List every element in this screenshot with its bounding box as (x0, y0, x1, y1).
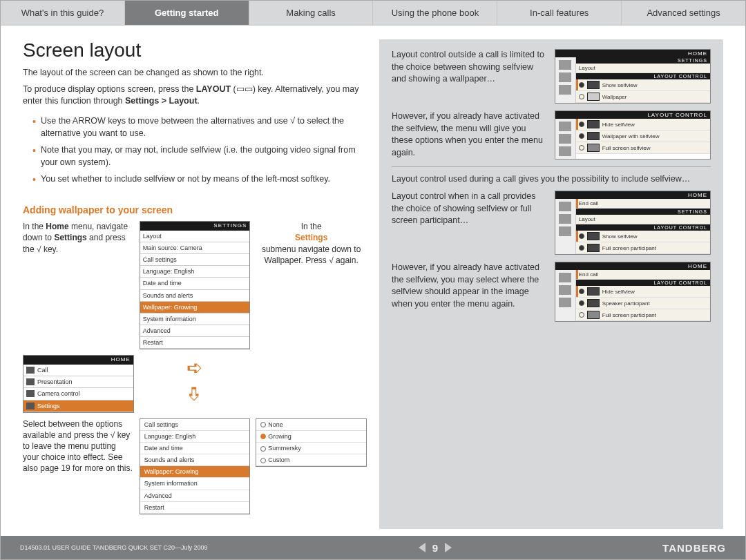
wallpaper-flow: In the Home menu, navigate down to Setti… (23, 221, 367, 514)
lc-panel-1: HOME SETTINGS Layout LAYOUT CONTROL Show… (555, 49, 711, 104)
bullet-3: You set whether to include selfview or n… (32, 173, 367, 185)
wallpaper-options-screenshot: None Growing Summersky Custom (256, 418, 367, 467)
step1-text: In the Home menu, navigate down to Setti… (23, 221, 134, 255)
bullet-list: Use the ARROW keys to move between the a… (32, 115, 367, 190)
camera-icon (26, 390, 35, 397)
nav-whats-in-guide[interactable]: What's in this guide? (1, 1, 125, 25)
arrow-down-icon: ➪ (182, 387, 208, 403)
r1-text: Layout control outside a call is limited… (392, 49, 545, 86)
step2-text: In the Settings submenu navigate down to… (256, 221, 367, 266)
prev-page-icon[interactable] (419, 543, 425, 552)
settings-menu2-screenshot: Call settings Language: English Date and… (140, 418, 251, 514)
bullet-1: Use the ARROW keys to move between the a… (32, 115, 367, 139)
r2-text: However, if you already have activated t… (392, 110, 545, 159)
brand-logo: TANDBERG (662, 542, 726, 554)
intro-line2: To produce display options screen, press… (23, 84, 367, 108)
lc-panel-2: LAYOUT CONTROL Hide selfview Wallpaper w… (555, 110, 711, 160)
nav-advanced[interactable]: Advanced settings (622, 1, 745, 25)
top-nav: What's in this guide? Getting started Ma… (1, 1, 745, 26)
subheading: Adding wallpaper to your screen (23, 204, 367, 215)
r4-text: Layout control when in a call provides t… (392, 191, 545, 227)
page-title: Screen layout (23, 39, 367, 61)
footer: D14503.01 USER GUIDE TANDBERG QUICK SET … (1, 536, 745, 559)
home-menu-screenshot: HOME Call Presentation Camera control Se… (23, 355, 134, 412)
phone-icon (26, 367, 35, 374)
doc-id: D14503.01 USER GUIDE TANDBERG QUICK SET … (20, 544, 208, 551)
step3-text: Select between the options available and… (23, 418, 134, 474)
next-page-icon[interactable] (445, 543, 452, 552)
intro-line1: The layout of the screen can be changed … (23, 67, 367, 79)
nav-in-call[interactable]: In-call features (497, 1, 622, 25)
nav-getting-started[interactable]: Getting started (125, 1, 249, 25)
nav-phone-book[interactable]: Using the phone book (373, 1, 497, 25)
lc-panel-4: HOME End call LAYOUT CONTROL Hide selfvi… (555, 262, 711, 322)
page-number: 9 (432, 542, 438, 554)
gear-icon (26, 403, 35, 409)
bullet-2: Note that you may, or may not, include s… (32, 144, 367, 168)
r5-text: However, if you already have activated t… (392, 262, 545, 310)
lc-panel-3: HOME End call SETTINGS Layout LAYOUT CON… (555, 191, 711, 255)
nav-making-calls[interactable]: Making calls (249, 1, 374, 25)
r3-text: Layout control used during a call gives … (392, 174, 711, 184)
left-column: Screen layout The layout of the screen c… (23, 39, 367, 529)
arrow-right-icon: ➪ (186, 357, 202, 378)
presentation-icon (26, 378, 35, 385)
settings-menu-screenshot: SETTINGS Layout Main source: Camera Call… (140, 221, 251, 349)
right-column: Layout control outside a call is limited… (379, 39, 723, 529)
